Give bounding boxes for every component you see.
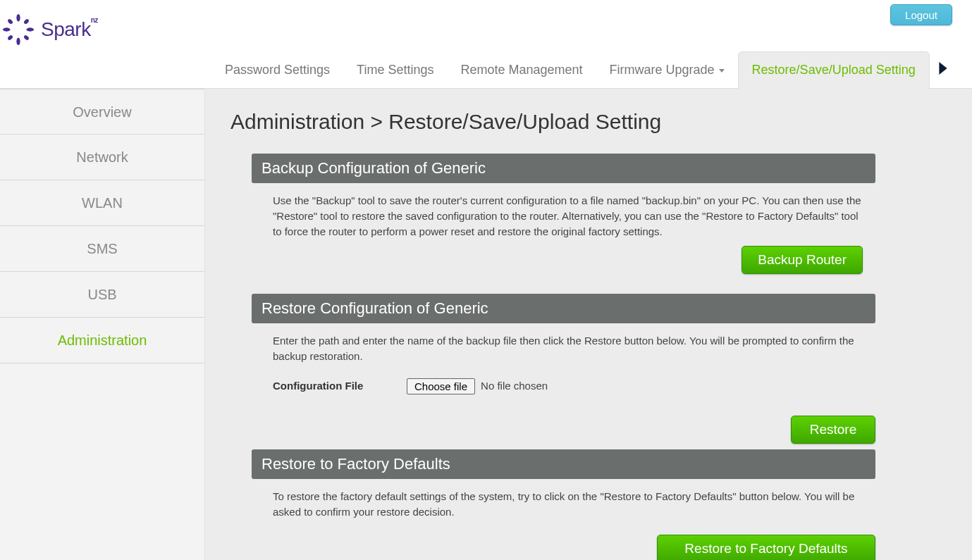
panel-restore-heading: Restore Configuration of Generic [252, 294, 875, 323]
topbar: Sparknz Logout [0, 0, 972, 51]
panel-restore-desc: Enter the path and enter the name of the… [273, 333, 863, 364]
brand-suffix: nz [91, 16, 98, 24]
panel-backup-desc: Use the "Backup" tool to save the router… [273, 193, 863, 239]
page-title: Administration > Restore/Save/Upload Set… [230, 110, 949, 134]
svg-marker-8 [939, 62, 947, 75]
svg-point-4 [7, 18, 13, 25]
panel-backup: Backup Configuration of Generic Use the … [252, 154, 875, 278]
brand-logo: Sparknz [3, 14, 98, 45]
sidebar-item-wlan[interactable]: WLAN [0, 180, 204, 226]
tab-time-settings[interactable]: Time Settings [343, 52, 447, 88]
svg-point-2 [3, 27, 11, 31]
content-area: Administration > Restore/Save/Upload Set… [205, 89, 972, 560]
tabs-scroll-right-icon[interactable] [938, 61, 948, 78]
panel-restore: Restore Configuration of Generic Enter t… [252, 294, 875, 403]
file-chosen-status: No file chosen [481, 378, 548, 394]
restore-factory-defaults-button[interactable]: Restore to Factory Defaults [657, 535, 875, 560]
restore-button[interactable]: Restore [791, 416, 875, 444]
spark-asterisk-icon [3, 14, 34, 45]
config-file-label: Configuration File [273, 378, 407, 394]
config-file-row: Configuration File Choose file No file c… [273, 378, 863, 394]
panel-factory-defaults: Restore to Factory Defaults To restore t… [252, 449, 875, 523]
tab-bar: Password Settings Time Settings Remote M… [0, 51, 972, 89]
sidebar-item-sms[interactable]: SMS [0, 226, 204, 272]
brand-name: Spark [41, 18, 91, 40]
svg-point-7 [23, 35, 30, 41]
tab-firmware-upgrade[interactable]: Firmware Upgrade [596, 52, 738, 88]
sidebar-item-network[interactable]: Network [0, 135, 204, 180]
choose-file-button[interactable]: Choose file [407, 378, 475, 394]
sidebar-item-administration[interactable]: Administration [0, 318, 204, 363]
panel-backup-heading: Backup Configuration of Generic [252, 154, 875, 183]
logout-button[interactable]: Logout [890, 4, 952, 25]
tab-restore-save-upload[interactable]: Restore/Save/Upload Setting [738, 51, 930, 89]
sidebar: Overview Network WLAN SMS USB Administra… [0, 89, 205, 560]
svg-point-1 [16, 37, 20, 45]
panel-factory-desc: To restore the factory default settings … [273, 489, 863, 520]
svg-point-5 [23, 18, 30, 25]
sidebar-item-usb[interactable]: USB [0, 272, 204, 318]
svg-point-0 [16, 14, 20, 22]
tab-password-settings[interactable]: Password Settings [211, 52, 343, 88]
svg-point-6 [7, 35, 13, 41]
main-container: Overview Network WLAN SMS USB Administra… [0, 89, 972, 560]
backup-router-button[interactable]: Backup Router [742, 246, 863, 274]
tab-remote-management[interactable]: Remote Management [447, 52, 596, 88]
sidebar-item-overview[interactable]: Overview [0, 89, 204, 135]
svg-point-3 [26, 27, 34, 31]
panel-factory-heading: Restore to Factory Defaults [252, 449, 875, 479]
